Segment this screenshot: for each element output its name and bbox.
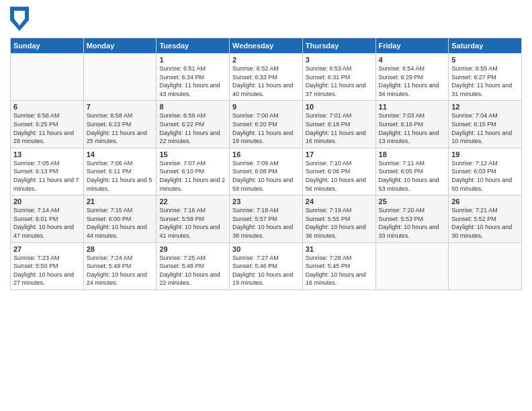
- day-number: 19: [451, 150, 519, 158]
- calendar-cell: 17Sunrise: 7:10 AMSunset: 6:06 PMDayligh…: [302, 148, 375, 195]
- day-info: Sunrise: 7:21 AMSunset: 5:52 PMDaylight:…: [451, 206, 519, 240]
- calendar-cell: 24Sunrise: 7:19 AMSunset: 5:55 PMDayligh…: [302, 195, 375, 242]
- calendar-cell: 30Sunrise: 7:27 AMSunset: 5:46 PMDayligh…: [230, 242, 303, 289]
- day-info: Sunrise: 7:14 AMSunset: 6:01 PMDaylight:…: [13, 206, 81, 240]
- day-info: Sunrise: 6:53 AMSunset: 6:31 PMDaylight:…: [306, 64, 373, 98]
- calendar-cell: [83, 54, 157, 101]
- logo-icon: [10, 7, 29, 34]
- day-header-wednesday: Wednesday: [230, 38, 303, 54]
- day-number: 21: [87, 197, 154, 205]
- week-row-1: 1Sunrise: 6:51 AMSunset: 6:34 PMDaylight…: [11, 54, 522, 101]
- calendar-cell: 7Sunrise: 6:58 AMSunset: 6:23 PMDaylight…: [83, 101, 157, 148]
- day-info: Sunrise: 7:16 AMSunset: 5:58 PMDaylight:…: [159, 206, 226, 240]
- day-number: 25: [379, 197, 446, 205]
- day-number: 15: [159, 150, 226, 158]
- day-info: Sunrise: 7:07 AMSunset: 6:10 PMDaylight:…: [159, 159, 226, 193]
- calendar-cell: 4Sunrise: 6:54 AMSunset: 6:29 PMDaylight…: [375, 54, 449, 101]
- calendar-cell: 27Sunrise: 7:23 AMSunset: 5:50 PMDayligh…: [11, 242, 84, 289]
- day-info: Sunrise: 7:18 AMSunset: 5:57 PMDaylight:…: [232, 206, 300, 240]
- day-number: 2: [232, 56, 300, 64]
- calendar-cell: 1Sunrise: 6:51 AMSunset: 6:34 PMDaylight…: [157, 54, 230, 101]
- day-header-sunday: Sunday: [11, 38, 84, 54]
- calendar-cell: 20Sunrise: 7:14 AMSunset: 6:01 PMDayligh…: [11, 195, 84, 242]
- day-number: 7: [87, 103, 154, 111]
- day-info: Sunrise: 7:06 AMSunset: 6:11 PMDaylight:…: [87, 159, 154, 193]
- day-number: 11: [379, 103, 446, 111]
- day-info: Sunrise: 6:54 AMSunset: 6:29 PMDaylight:…: [379, 64, 446, 98]
- day-number: 23: [232, 197, 300, 205]
- day-number: 3: [306, 56, 373, 64]
- day-header-monday: Monday: [83, 38, 157, 54]
- calendar-cell: 18Sunrise: 7:11 AMSunset: 6:05 PMDayligh…: [375, 148, 449, 195]
- calendar-cell: 29Sunrise: 7:25 AMSunset: 5:48 PMDayligh…: [157, 242, 230, 289]
- day-number: 5: [451, 56, 519, 64]
- calendar-table: SundayMondayTuesdayWednesdayThursdayFrid…: [10, 38, 522, 290]
- day-info: Sunrise: 7:23 AMSunset: 5:50 PMDaylight:…: [13, 254, 81, 287]
- header: [10, 7, 522, 34]
- day-info: Sunrise: 7:10 AMSunset: 6:06 PMDaylight:…: [306, 159, 373, 193]
- calendar-cell: 6Sunrise: 6:56 AMSunset: 6:25 PMDaylight…: [11, 101, 84, 148]
- day-info: Sunrise: 7:28 AMSunset: 5:45 PMDaylight:…: [306, 254, 373, 287]
- day-number: 14: [87, 150, 154, 158]
- day-header-friday: Friday: [375, 38, 449, 54]
- day-number: 29: [159, 245, 226, 253]
- day-number: 4: [379, 56, 446, 64]
- day-number: 12: [451, 103, 519, 111]
- day-info: Sunrise: 7:01 AMSunset: 6:18 PMDaylight:…: [306, 111, 373, 145]
- day-number: 13: [13, 150, 81, 158]
- calendar-cell: 19Sunrise: 7:12 AMSunset: 6:03 PMDayligh…: [449, 148, 522, 195]
- day-info: Sunrise: 7:00 AMSunset: 6:20 PMDaylight:…: [232, 111, 300, 145]
- calendar-cell: 9Sunrise: 7:00 AMSunset: 6:20 PMDaylight…: [230, 101, 303, 148]
- calendar-cell: 8Sunrise: 6:59 AMSunset: 6:22 PMDaylight…: [157, 101, 230, 148]
- calendar-cell: 12Sunrise: 7:04 AMSunset: 6:15 PMDayligh…: [449, 101, 522, 148]
- calendar-cell: 22Sunrise: 7:16 AMSunset: 5:58 PMDayligh…: [157, 195, 230, 242]
- day-info: Sunrise: 6:51 AMSunset: 6:34 PMDaylight:…: [159, 64, 226, 98]
- week-row-5: 27Sunrise: 7:23 AMSunset: 5:50 PMDayligh…: [11, 242, 522, 289]
- day-number: 8: [159, 103, 226, 111]
- day-number: 18: [379, 150, 446, 158]
- day-number: 20: [13, 197, 81, 205]
- day-info: Sunrise: 7:09 AMSunset: 6:08 PMDaylight:…: [232, 159, 300, 193]
- day-number: 30: [232, 245, 300, 253]
- day-info: Sunrise: 7:12 AMSunset: 6:03 PMDaylight:…: [451, 159, 519, 193]
- week-row-2: 6Sunrise: 6:56 AMSunset: 6:25 PMDaylight…: [11, 101, 522, 148]
- day-info: Sunrise: 7:15 AMSunset: 6:00 PMDaylight:…: [87, 206, 154, 240]
- week-row-3: 13Sunrise: 7:05 AMSunset: 6:13 PMDayligh…: [11, 148, 522, 195]
- calendar-cell: 23Sunrise: 7:18 AMSunset: 5:57 PMDayligh…: [230, 195, 303, 242]
- calendar-cell: 11Sunrise: 7:03 AMSunset: 6:16 PMDayligh…: [375, 101, 449, 148]
- day-info: Sunrise: 7:11 AMSunset: 6:05 PMDaylight:…: [379, 159, 446, 193]
- calendar-cell: 2Sunrise: 6:52 AMSunset: 6:33 PMDaylight…: [230, 54, 303, 101]
- calendar-cell: 15Sunrise: 7:07 AMSunset: 6:10 PMDayligh…: [157, 148, 230, 195]
- day-number: 6: [13, 103, 81, 111]
- day-info: Sunrise: 7:27 AMSunset: 5:46 PMDaylight:…: [232, 254, 300, 287]
- day-number: 27: [13, 245, 81, 253]
- logo: [10, 7, 32, 34]
- day-number: 17: [306, 150, 373, 158]
- day-info: Sunrise: 6:55 AMSunset: 6:27 PMDaylight:…: [451, 64, 519, 98]
- day-info: Sunrise: 7:03 AMSunset: 6:16 PMDaylight:…: [379, 111, 446, 145]
- day-number: 26: [451, 197, 519, 205]
- page-container: SundayMondayTuesdayWednesdayThursdayFrid…: [0, 0, 532, 297]
- calendar-cell: 25Sunrise: 7:20 AMSunset: 5:53 PMDayligh…: [375, 195, 449, 242]
- day-info: Sunrise: 6:52 AMSunset: 6:33 PMDaylight:…: [232, 64, 300, 98]
- calendar-cell: 31Sunrise: 7:28 AMSunset: 5:45 PMDayligh…: [302, 242, 375, 289]
- day-number: 16: [232, 150, 300, 158]
- calendar-cell: 13Sunrise: 7:05 AMSunset: 6:13 PMDayligh…: [11, 148, 84, 195]
- day-number: 9: [232, 103, 300, 111]
- calendar-cell: 10Sunrise: 7:01 AMSunset: 6:18 PMDayligh…: [302, 101, 375, 148]
- calendar-cell: 26Sunrise: 7:21 AMSunset: 5:52 PMDayligh…: [449, 195, 522, 242]
- day-number: 31: [306, 245, 373, 253]
- day-number: 28: [87, 245, 154, 253]
- calendar-cell: [375, 242, 449, 289]
- day-number: 24: [306, 197, 373, 205]
- week-row-4: 20Sunrise: 7:14 AMSunset: 6:01 PMDayligh…: [11, 195, 522, 242]
- day-info: Sunrise: 7:04 AMSunset: 6:15 PMDaylight:…: [451, 111, 519, 145]
- calendar-cell: 28Sunrise: 7:24 AMSunset: 5:49 PMDayligh…: [83, 242, 157, 289]
- day-number: 10: [306, 103, 373, 111]
- day-info: Sunrise: 6:58 AMSunset: 6:23 PMDaylight:…: [87, 111, 154, 145]
- day-header-thursday: Thursday: [302, 38, 375, 54]
- day-info: Sunrise: 7:05 AMSunset: 6:13 PMDaylight:…: [13, 159, 81, 193]
- calendar-cell: [11, 54, 84, 101]
- day-info: Sunrise: 7:20 AMSunset: 5:53 PMDaylight:…: [379, 206, 446, 240]
- day-info: Sunrise: 7:24 AMSunset: 5:49 PMDaylight:…: [87, 254, 154, 287]
